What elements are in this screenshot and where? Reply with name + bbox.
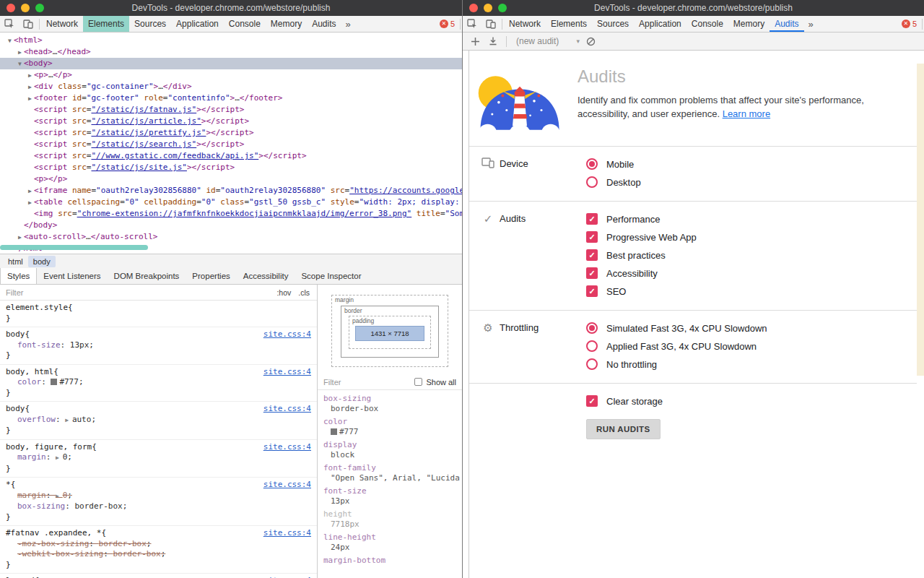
computed-property[interactable]: height7718px	[318, 508, 462, 531]
radio-control[interactable]	[586, 176, 598, 188]
box-model-content-size[interactable]: 1431 × 7718	[355, 326, 424, 341]
clear-storage-checkbox-control[interactable]: ✓	[586, 395, 598, 407]
styles-filter-input[interactable]: Filter	[0, 288, 23, 297]
expand-arrow-icon[interactable]: ▶	[26, 186, 34, 197]
stylesheet-link[interactable]: site.css:4	[263, 404, 311, 415]
radio-no-throttling[interactable]: No throttling	[586, 357, 767, 371]
css-selector[interactable]: *	[6, 480, 11, 491]
css-property[interactable]: overflow: ▶ auto;	[6, 415, 311, 426]
toggle-classes-button[interactable]: .cls	[298, 288, 310, 297]
expand-arrow-icon[interactable]: ▶	[26, 197, 34, 208]
radio-control[interactable]	[586, 322, 598, 334]
checkbox-performance[interactable]: ✓Performance	[586, 212, 697, 226]
expand-arrow-icon[interactable]: ▶	[65, 417, 72, 423]
dom-node[interactable]: <script src="/static/js/prettify.js"></s…	[0, 127, 462, 139]
dom-node[interactable]: ▶<head>…</head>	[0, 46, 462, 58]
sidebar-tab-styles[interactable]: Styles	[0, 268, 37, 284]
tab-application[interactable]: Application	[171, 16, 224, 32]
radio-control[interactable]	[586, 340, 598, 352]
css-selector[interactable]: body, html	[6, 367, 53, 378]
checkbox-control[interactable]: ✓	[586, 285, 598, 297]
dom-node[interactable]: </body>	[0, 220, 462, 231]
expand-arrow-icon[interactable]: ▼	[16, 59, 24, 69]
dom-node[interactable]: <img src="chrome-extension://jafmfknfnko…	[0, 208, 462, 220]
computed-property[interactable]: font-family"Open Sans", Arial, "Lucida G…	[318, 462, 462, 485]
new-audit-icon[interactable]	[468, 35, 481, 48]
stylesheet-link[interactable]: site.css:4	[263, 480, 311, 491]
close-button[interactable]	[469, 4, 478, 12]
sidebar-tab-dom-breakpoints[interactable]: DOM Breakpoints	[108, 268, 186, 284]
css-selector[interactable]: #fatnav .expandee, *	[6, 528, 101, 539]
tab-elements[interactable]: Elements	[83, 16, 129, 32]
tab-network[interactable]: Network	[41, 16, 83, 32]
learn-more-link[interactable]: Learn more	[723, 108, 770, 119]
css-selector[interactable]: body, figure, form	[6, 442, 92, 453]
stylesheet-link[interactable]: site.css:4	[263, 442, 311, 453]
computed-filter-input[interactable]: Filter	[318, 378, 341, 387]
close-button[interactable]	[6, 4, 15, 12]
checkbox-best-practices[interactable]: ✓Best practices	[586, 248, 697, 262]
checkbox-control[interactable]: ✓	[586, 249, 598, 261]
tab-memory[interactable]: Memory	[728, 16, 770, 32]
device-toolbar-icon[interactable]	[481, 16, 500, 32]
more-tabs-chevron[interactable]: »	[341, 19, 355, 30]
toggle-element-state-button[interactable]: :hov	[276, 288, 291, 297]
radio-control[interactable]	[586, 158, 598, 170]
checkbox-control[interactable]: ✓	[586, 267, 598, 279]
expand-arrow-icon[interactable]: ▶	[26, 70, 34, 81]
dom-node[interactable]: <script src="/static/js/article.js"></sc…	[0, 116, 462, 127]
css-property[interactable]: box-sizing: border-box;	[6, 501, 311, 512]
stylesheet-link[interactable]: site.css:4	[263, 329, 311, 340]
audit-history-select[interactable]: (new audit) ▾	[513, 36, 580, 46]
expand-arrow-icon[interactable]: ▶	[16, 47, 24, 58]
tab-memory[interactable]: Memory	[266, 16, 307, 32]
box-model-border[interactable]: border padding 1431 × 7718	[341, 306, 439, 358]
breadcrumb-item-html[interactable]: html	[3, 256, 28, 267]
css-property[interactable]: -webkit-box-sizing: border-box;	[6, 549, 311, 560]
more-tabs-chevron[interactable]: »	[804, 19, 818, 30]
sidebar-tab-event-listeners[interactable]: Event Listeners	[37, 268, 107, 284]
dom-node[interactable]: ▶<table cellspacing="0" cellpadding="0" …	[0, 197, 462, 208]
minimize-button[interactable]	[21, 4, 30, 12]
css-property[interactable]: -moz-box-sizing: border-box;	[6, 539, 311, 550]
box-model-padding[interactable]: padding 1431 × 7718	[349, 316, 431, 349]
radio-desktop[interactable]: Desktop	[586, 175, 641, 189]
css-property[interactable]: font-size: 13px;	[6, 340, 311, 351]
checkbox-control[interactable]: ✓	[586, 231, 598, 243]
computed-property[interactable]: box-sizingborder-box	[318, 392, 462, 415]
dom-node[interactable]: <script src="/static/js/fatnav.js"></scr…	[0, 104, 462, 116]
checkbox-progressive-web-app[interactable]: ✓Progressive Web App	[586, 230, 697, 244]
sidebar-tab-accessibility[interactable]: Accessibility	[237, 268, 295, 284]
css-selector[interactable]: body	[6, 329, 25, 340]
breadcrumb-item-body[interactable]: body	[28, 256, 56, 267]
dom-node[interactable]: ▶<iframe name="oauth2relay302856880" id=…	[0, 185, 462, 197]
device-toolbar-icon[interactable]	[19, 16, 38, 32]
error-badge[interactable]: ✕ 5	[440, 20, 455, 28]
checkbox-seo[interactable]: ✓SEO	[586, 284, 697, 298]
dom-node[interactable]: <script src="/static/js/search.js"></scr…	[0, 139, 462, 150]
css-property[interactable]: margin: ▶ 0;	[6, 452, 311, 464]
run-audits-button[interactable]: RUN AUDITS	[586, 419, 661, 439]
css-property[interactable]: margin: ▶ 0;	[6, 491, 311, 502]
horizontal-scrollbar-thumb[interactable]	[0, 245, 148, 250]
radio-applied-fast-3g-4x-cpu-slowdown[interactable]: Applied Fast 3G, 4x CPU Slowdown	[586, 339, 767, 353]
expand-arrow-icon[interactable]: ▶	[56, 493, 63, 499]
expand-arrow-icon[interactable]: ▶	[16, 232, 24, 243]
dom-node[interactable]: ▶<p>…</p>	[0, 69, 462, 81]
show-all-checkbox[interactable]	[414, 378, 422, 386]
error-badge[interactable]: ✕ 5	[902, 20, 917, 28]
box-model-margin[interactable]: margin border padding 1431 × 7718	[331, 295, 448, 367]
expand-arrow-icon[interactable]: ▶	[56, 454, 63, 461]
checkbox-clear-storage[interactable]: ✓ Clear storage	[586, 394, 663, 408]
dom-node[interactable]: ▶<div class="gc-container">…</div>	[0, 81, 462, 92]
tab-elements[interactable]: Elements	[546, 16, 592, 32]
computed-property[interactable]: line-height24px	[318, 531, 462, 554]
sidebar-tab-properties[interactable]: Properties	[186, 268, 236, 284]
stylesheet-link[interactable]: site.css:4	[263, 528, 311, 539]
dom-node[interactable]: ▼<body>	[0, 58, 462, 69]
inspect-element-icon[interactable]	[0, 16, 19, 32]
computed-property[interactable]: displayblock	[318, 439, 462, 462]
clear-audits-icon[interactable]	[585, 35, 598, 48]
stylesheet-link[interactable]: site.css:4	[263, 367, 311, 378]
tab-audits[interactable]: Audits	[770, 16, 803, 32]
